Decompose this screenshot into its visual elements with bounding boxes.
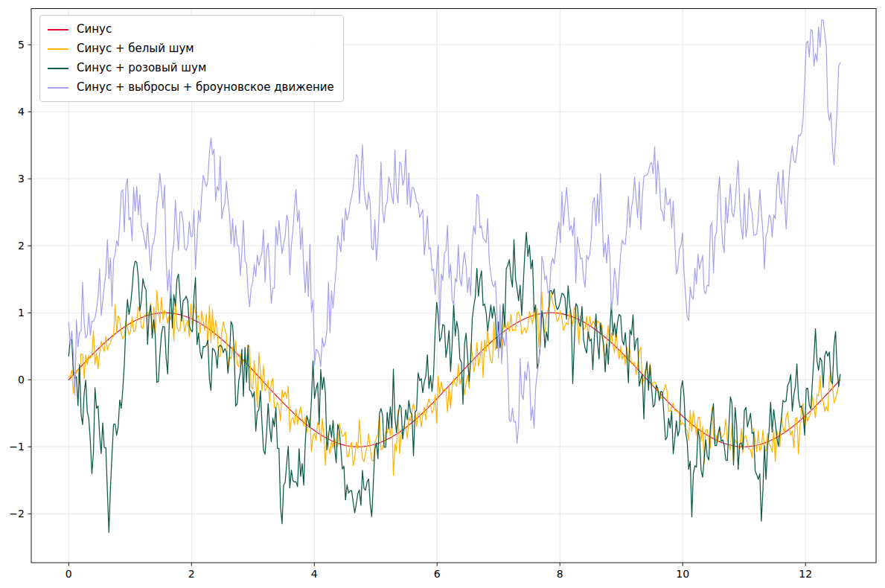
legend-label: Синус + белый шум <box>77 41 194 57</box>
x-tick-label: 10 <box>676 568 689 580</box>
legend-label: Синус <box>77 22 112 37</box>
legend-item-white-noise: Синус + белый шум <box>48 41 334 57</box>
chart-figure: 024681012−2−1012345 Синус Синус + белый … <box>0 0 885 588</box>
y-tick-label: 5 <box>18 39 25 51</box>
chart-legend: Синус Синус + белый шум Синус + розовый … <box>39 15 344 102</box>
legend-line-swatch <box>48 48 68 50</box>
y-tick-label: −1 <box>9 441 25 453</box>
x-tick-label: 6 <box>434 568 441 580</box>
legend-item-pink-noise: Синус + розовый шум <box>48 60 334 76</box>
legend-line-swatch <box>48 68 68 69</box>
y-tick-label: 3 <box>18 173 25 185</box>
y-tick-label: 2 <box>18 240 25 252</box>
x-tick-label: 4 <box>311 568 318 580</box>
y-tick-label: 0 <box>18 374 25 386</box>
legend-line-swatch <box>48 87 68 89</box>
legend-line-swatch <box>48 29 68 31</box>
x-tick-label: 12 <box>799 568 812 580</box>
legend-item-brownian: Синус + выбросы + броуновское движение <box>48 80 334 95</box>
x-tick-label: 2 <box>188 568 195 580</box>
legend-label: Синус + розовый шум <box>77 60 206 76</box>
legend-label: Синус + выбросы + броуновское движение <box>77 80 334 95</box>
y-tick-label: −2 <box>9 508 25 520</box>
y-tick-label: 1 <box>18 307 25 319</box>
x-tick-label: 8 <box>557 568 563 580</box>
x-tick-label: 0 <box>66 568 72 580</box>
y-tick-label: 4 <box>18 106 25 118</box>
legend-item-sine: Синус <box>48 22 334 37</box>
